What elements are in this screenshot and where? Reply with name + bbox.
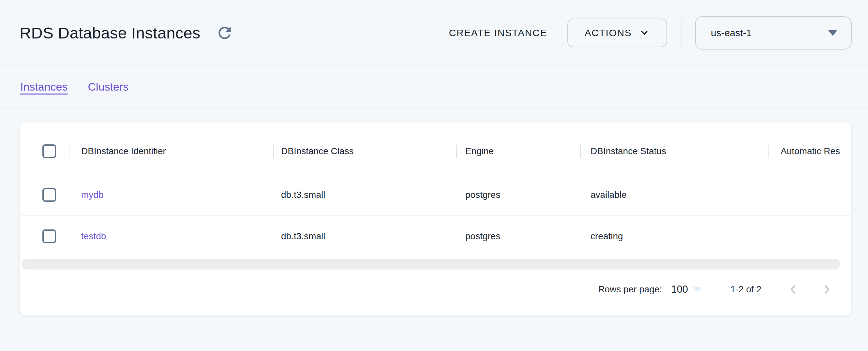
instance-link[interactable]: testdb	[81, 231, 106, 242]
cell-automatic	[768, 174, 851, 216]
cell-identifier: testdb	[69, 216, 273, 257]
actions-button[interactable]: ACTIONS	[567, 19, 667, 47]
tab-instances[interactable]: Instances	[20, 81, 68, 93]
cell-class: db.t3.small	[273, 216, 456, 257]
cell-status: creating	[580, 216, 768, 257]
view-tabs: Instances Clusters	[0, 66, 868, 108]
page-header: RDS Database Instances CREATE INSTANCE A…	[0, 0, 868, 66]
rds-console-page: RDS Database Instances CREATE INSTANCE A…	[0, 0, 868, 351]
header-vertical-divider	[681, 18, 681, 48]
table-header-row: DBInstance Identifier DBInstance Class E…	[20, 122, 851, 174]
row-checkbox-cell	[20, 174, 69, 216]
chevron-down-icon	[639, 27, 650, 38]
chevron-left-icon	[787, 283, 800, 296]
select-all-checkbox[interactable]	[42, 145, 56, 158]
region-select-value: us-east-1	[711, 27, 752, 38]
rows-per-page-label: Rows per page:	[598, 284, 662, 295]
column-header-identifier: DBInstance Identifier	[69, 128, 273, 174]
create-instance-button[interactable]: CREATE INSTANCE	[440, 21, 556, 45]
tab-clusters[interactable]: Clusters	[88, 81, 129, 93]
row-checkbox-cell	[20, 216, 69, 257]
column-header-automatic: Automatic Res	[768, 128, 851, 174]
column-header-engine: Engine	[456, 128, 580, 174]
next-page-button[interactable]	[816, 279, 837, 300]
cell-identifier: mydb	[69, 174, 273, 216]
cell-status: available	[580, 174, 768, 216]
row-checkbox[interactable]	[42, 229, 56, 243]
cell-class: db.t3.small	[273, 174, 456, 216]
instance-link[interactable]: mydb	[81, 190, 103, 200]
refresh-button[interactable]	[214, 23, 235, 43]
horizontal-scrollbar-track	[22, 259, 839, 269]
column-header-status: DBInstance Status	[580, 128, 768, 174]
table-row: testdb db.t3.small postgres creating	[20, 216, 851, 257]
row-checkbox[interactable]	[42, 188, 56, 202]
chevron-right-icon	[820, 283, 833, 296]
refresh-icon	[216, 24, 234, 42]
column-header-class: DBInstance Class	[273, 128, 456, 174]
cell-engine: postgres	[456, 174, 580, 216]
cell-automatic	[768, 216, 851, 257]
page-title: RDS Database Instances	[20, 24, 200, 42]
rows-per-page-select[interactable]: 100	[671, 284, 688, 295]
previous-page-button[interactable]	[783, 279, 804, 300]
horizontal-scrollbar-thumb[interactable]	[22, 259, 840, 269]
region-select[interactable]: us-east-1	[695, 16, 852, 50]
triangle-down-icon	[828, 30, 837, 36]
actions-button-label: ACTIONS	[585, 27, 632, 38]
pagination-range-label: 1-2 of 2	[731, 284, 762, 295]
table-row: mydb db.t3.small postgres available	[20, 174, 851, 216]
table-pagination: Rows per page: 100 1-2 of 2	[20, 272, 851, 307]
cell-engine: postgres	[456, 216, 580, 257]
instances-table-card: DBInstance Identifier DBInstance Class E…	[20, 121, 852, 316]
triangle-down-icon[interactable]	[693, 287, 702, 292]
main-content: DBInstance Identifier DBInstance Class E…	[0, 108, 868, 316]
header-checkbox-cell	[20, 128, 69, 174]
